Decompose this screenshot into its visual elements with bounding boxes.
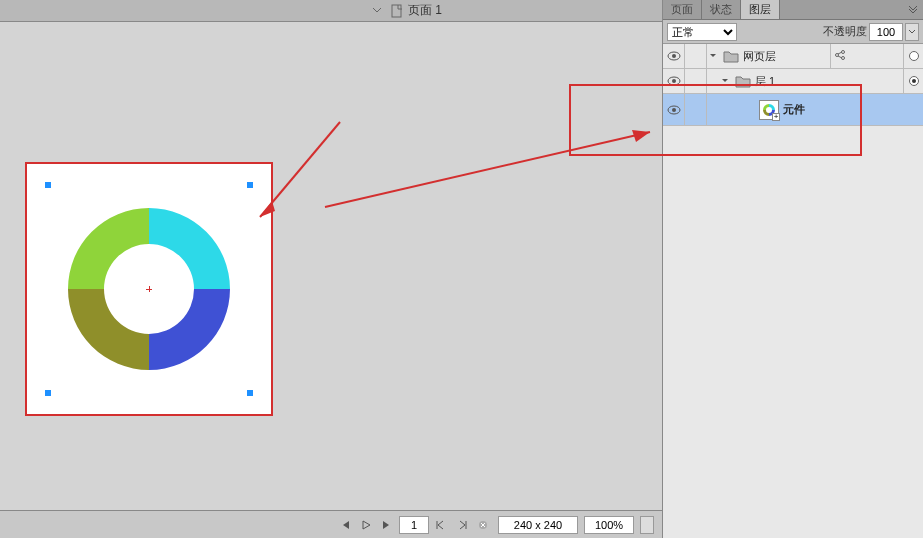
document-tab-title[interactable]: 页面 1: [408, 2, 442, 19]
next-frame-button[interactable]: [453, 516, 471, 534]
zoom-dropdown[interactable]: [640, 516, 654, 534]
svg-rect-0: [392, 5, 401, 17]
layers-panel: 页面 状态 图层 正常 不透明度: [662, 0, 923, 538]
artboard-selection[interactable]: [25, 162, 273, 416]
dimensions-display: 240 x 240: [498, 516, 578, 534]
plus-icon: +: [772, 113, 780, 121]
share-icon[interactable]: [834, 49, 846, 64]
svg-line-3: [325, 132, 650, 207]
selection-handle-tr[interactable]: [247, 182, 253, 188]
tab-states[interactable]: 状态: [702, 0, 741, 19]
active-radio[interactable]: [909, 76, 919, 86]
selection-handle-tl[interactable]: [45, 182, 51, 188]
donut-chart: [59, 199, 239, 379]
svg-marker-4: [632, 130, 650, 142]
opacity-label: 不透明度: [823, 24, 867, 39]
layer-thumbnail: +: [759, 100, 779, 120]
lock-col[interactable]: [685, 44, 707, 68]
folder-icon: [723, 49, 739, 63]
layers-toolbar: 正常 不透明度: [663, 20, 923, 44]
lock-col[interactable]: [685, 69, 707, 93]
eye-icon[interactable]: [667, 74, 681, 88]
document-tab-bar: 页面 1: [0, 0, 662, 22]
tab-pages[interactable]: 页面: [663, 0, 702, 19]
zoom-display: 100%: [584, 516, 634, 534]
status-bar: 240 x 240 100%: [0, 510, 662, 538]
layer-row-element[interactable]: + 元件: [663, 94, 923, 126]
layer-row-layer1[interactable]: 层 1: [663, 69, 923, 94]
folder-icon: [735, 74, 751, 88]
layer-label-element: 元件: [783, 102, 805, 117]
opacity-input[interactable]: [869, 23, 903, 41]
expand-arrow-icon[interactable]: [721, 77, 731, 85]
blend-mode-select[interactable]: 正常: [667, 23, 737, 41]
selection-handle-bl[interactable]: [45, 390, 51, 396]
opacity-dropdown[interactable]: [905, 23, 919, 41]
layer-row-web[interactable]: 网页层: [663, 44, 923, 69]
doc-dropdown-icon[interactable]: [372, 4, 382, 18]
play-button[interactable]: [357, 516, 375, 534]
canvas-viewport[interactable]: [0, 22, 662, 510]
panel-collapse-button[interactable]: [903, 0, 923, 19]
frame-input[interactable]: [399, 516, 429, 534]
selection-handle-br[interactable]: [247, 390, 253, 396]
annotation-arrow-right: [320, 122, 660, 212]
svg-point-12: [672, 79, 676, 83]
panel-tabs: 页面 状态 图层: [663, 0, 923, 20]
canvas-area: 页面 1: [0, 0, 662, 538]
layer-list: 网页层 层 1: [663, 44, 923, 538]
tab-layers[interactable]: 图层: [741, 0, 780, 19]
eye-icon[interactable]: [667, 103, 681, 117]
document-icon: [390, 4, 404, 18]
stop-button[interactable]: [474, 516, 492, 534]
svg-point-14: [672, 108, 676, 112]
first-frame-button[interactable]: [336, 516, 354, 534]
eye-icon[interactable]: [667, 49, 681, 63]
active-radio[interactable]: [909, 51, 919, 61]
svg-point-7: [672, 54, 676, 58]
last-frame-button[interactable]: [378, 516, 396, 534]
prev-frame-button[interactable]: [432, 516, 450, 534]
expand-arrow-icon[interactable]: [709, 52, 719, 60]
layer-label-layer1: 层 1: [755, 74, 775, 89]
lock-col[interactable]: [685, 94, 707, 125]
layer-label-web: 网页层: [743, 49, 776, 64]
